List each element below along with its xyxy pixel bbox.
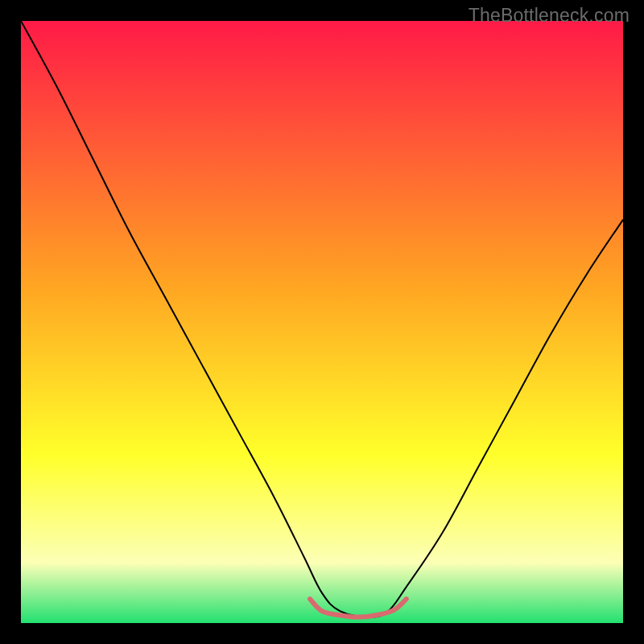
chart-frame: TheBottleneck.com — [0, 0, 644, 644]
gradient-background — [21, 21, 623, 623]
watermark-text: TheBottleneck.com — [469, 5, 630, 27]
bottleneck-chart — [21, 21, 623, 623]
